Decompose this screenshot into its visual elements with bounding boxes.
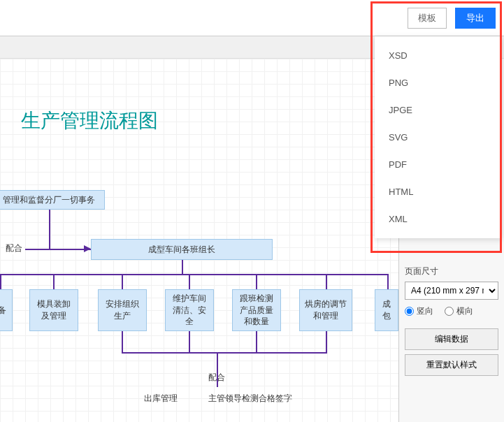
connector [0, 274, 389, 275]
connector [53, 274, 55, 289]
connector [256, 331, 257, 352]
page-size-label: 页面尺寸 [405, 265, 498, 277]
node-prep[interactable]: 备 [0, 289, 13, 331]
connector [0, 274, 1, 289]
label-peihe-top: 配合 [4, 242, 24, 254]
node-sign[interactable]: 主管领导检测合格签字 [194, 390, 306, 407]
landscape-label: 横向 [456, 305, 473, 317]
connector [217, 352, 218, 387]
orientation-portrait[interactable]: 竖向 [405, 305, 433, 317]
connector [326, 331, 327, 352]
connector [122, 274, 123, 289]
export-option-jpge[interactable]: JPGE [375, 96, 502, 124]
export-option-xsd[interactable]: XSD [375, 42, 502, 69]
portrait-label: 竖向 [417, 305, 433, 317]
export-dropdown: XSD PNG JPGE SVG PDF HTML XML [375, 36, 502, 238]
export-option-html[interactable]: HTML [375, 178, 502, 205]
node-team-leader[interactable]: 成型车间各班组长 [91, 239, 273, 260]
connector [182, 260, 183, 274]
export-option-svg[interactable]: SVG [375, 124, 502, 151]
export-option-xml[interactable]: XML [375, 205, 502, 233]
export-button[interactable]: 导出 [455, 8, 496, 29]
portrait-radio[interactable] [405, 307, 414, 316]
connector [122, 331, 123, 352]
side-panel: 页面尺寸 A4 (210 mm x 297 m 竖向 横向 编辑数据 重置默认样… [398, 259, 504, 422]
edit-data-button[interactable]: 编辑数据 [405, 328, 498, 350]
connector [189, 274, 190, 289]
diagram-title: 生产管理流程图 [21, 108, 158, 134]
reset-style-button[interactable]: 重置默认样式 [405, 354, 498, 376]
node-maintain[interactable]: 维护车间清洁、安全 [165, 289, 214, 331]
connector [25, 249, 91, 250]
landscape-radio[interactable] [445, 307, 454, 316]
node-pack[interactable]: 成包 [375, 289, 398, 331]
node-outbound[interactable]: 出库管理 [133, 390, 189, 407]
connector [387, 274, 389, 289]
node-arrange[interactable]: 安排组织生产 [98, 289, 147, 331]
node-manage[interactable]: 管理和监督分厂一切事务 [0, 190, 105, 210]
connector [256, 274, 257, 289]
node-mold[interactable]: 模具装卸及管理 [29, 289, 78, 331]
connector [122, 352, 327, 354]
connector [326, 274, 327, 289]
node-inspect[interactable]: 跟班检测产品质量和数量 [232, 289, 281, 331]
node-drying[interactable]: 烘房的调节和管理 [299, 289, 352, 331]
export-option-pdf[interactable]: PDF [375, 151, 502, 178]
connector [49, 210, 50, 249]
orientation-group: 竖向 横向 [405, 305, 498, 317]
diagram-canvas[interactable]: 生产管理流程图 管理和监督分厂一切事务 成型车间各班组长 配合 备 模具装卸及管… [0, 59, 398, 422]
page-size-select[interactable]: A4 (210 mm x 297 m [405, 282, 498, 300]
export-option-png[interactable]: PNG [375, 69, 502, 96]
top-toolbar: 模板 导出 [0, 0, 504, 36]
orientation-landscape[interactable]: 横向 [445, 305, 473, 317]
template-button[interactable]: 模板 [408, 8, 447, 29]
arrow-icon [84, 245, 91, 252]
connector [189, 331, 190, 352]
